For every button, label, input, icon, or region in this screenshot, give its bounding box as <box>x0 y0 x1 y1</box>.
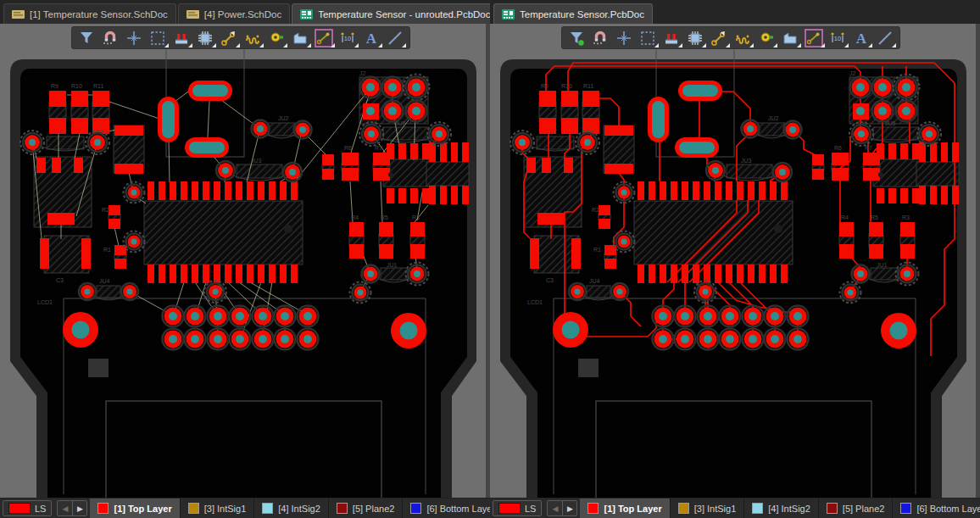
silkscreen-label: LCD1 <box>527 299 543 305</box>
document-tab[interactable]: [1] Temperature Sensor.SchDoc <box>3 3 176 24</box>
pcb-workspace[interactable]: R9R10R11C7C3R1R2JU3JU2JU5JU1JU4R6R7R4R5R… <box>0 24 490 498</box>
dropdown-arrow-icon[interactable] <box>654 43 659 47</box>
layer-tab[interactable]: [6] Bottom Layer <box>893 499 980 518</box>
smd-pad <box>759 181 766 200</box>
string-text-tool-button[interactable]: A <box>359 27 383 48</box>
dropdown-arrow-icon[interactable] <box>844 43 849 47</box>
select-area-tool-button[interactable] <box>636 27 660 48</box>
smd-pad <box>92 91 109 107</box>
differential-pair-tool-button[interactable] <box>241 27 264 48</box>
layer-tab[interactable]: [1] Top Layer <box>580 499 670 518</box>
smd-pad <box>726 181 732 200</box>
pcb-canvas[interactable]: R9R10R11C7C3R1R2JU3JU2JU5JU1JU4R6R7R4R5R… <box>490 24 980 498</box>
svg-text:10: 10 <box>344 35 351 42</box>
smd-pad <box>159 265 165 283</box>
document-tab[interactable]: [4] Power.SchDoc <box>178 3 290 24</box>
component-tool-button[interactable] <box>193 27 217 48</box>
dropdown-arrow-icon[interactable] <box>236 43 240 47</box>
pad-stack-tool-button[interactable] <box>170 27 193 48</box>
dropdown-arrow-icon[interactable] <box>797 43 801 47</box>
standoff-dimension-tool-button[interactable]: 10 <box>336 27 359 48</box>
dropdown-arrow-icon[interactable] <box>678 43 682 47</box>
line-tool-button[interactable] <box>383 27 407 48</box>
measure-distance-tool-button[interactable] <box>312 27 336 48</box>
polygon-pour-tool-button[interactable] <box>288 27 312 48</box>
smd-pad <box>682 181 688 200</box>
smd-pad <box>812 169 824 180</box>
layer-set-button[interactable]: LS <box>493 500 542 516</box>
line-tool-button[interactable] <box>873 27 897 48</box>
layer-scroll-left-button[interactable]: ◀ <box>548 501 562 515</box>
interactive-route-tool-button[interactable] <box>217 27 241 48</box>
measure-distance-tool-button[interactable] <box>802 27 826 48</box>
layer-scroll-right-button[interactable]: ▶ <box>562 501 576 515</box>
crosshair-tool-button[interactable] <box>612 27 636 48</box>
smd-pad <box>839 244 854 259</box>
filter-tool-button[interactable] <box>565 27 588 48</box>
layer-scroll-left-button[interactable]: ◀ <box>58 501 72 515</box>
dropdown-arrow-icon[interactable] <box>892 43 896 47</box>
silkscreen-label: R6 <box>344 145 352 151</box>
layer-tab[interactable]: [4] IntSig2 <box>254 499 329 518</box>
layer-tab[interactable]: [3] IntSig1 <box>671 499 745 518</box>
layer-tab[interactable]: [6] Bottom Layer <box>403 499 490 518</box>
smd-pad <box>737 181 743 200</box>
via-tool-button[interactable] <box>264 27 288 48</box>
dropdown-arrow-icon[interactable] <box>821 43 825 47</box>
document-tab[interactable]: Temperature Sensor.PcbDoc <box>493 3 653 24</box>
layer-tab-label: [1] Top Layer <box>604 504 661 514</box>
layer-scroll-right-button[interactable]: ▶ <box>72 501 86 515</box>
component-body <box>727 164 772 178</box>
smd-pad <box>693 265 699 283</box>
dropdown-arrow-icon[interactable] <box>702 43 706 47</box>
magnet-tool-button[interactable] <box>98 27 122 48</box>
dropdown-arrow-icon[interactable] <box>868 43 872 47</box>
crosshair-tool-button[interactable] <box>122 27 146 48</box>
dropdown-arrow-icon[interactable] <box>773 43 777 47</box>
crosshair-icon <box>125 29 143 47</box>
dropdown-arrow-icon[interactable] <box>402 43 406 47</box>
pcb-workspace[interactable]: R9R10R11C7C3R1R2JU3JU2JU5JU1JU4R6R7R4R5R… <box>490 24 980 498</box>
dropdown-arrow-icon[interactable] <box>188 43 192 47</box>
component-body <box>537 136 574 149</box>
dropdown-arrow-icon[interactable] <box>726 43 730 47</box>
smd-pad <box>900 188 908 203</box>
polygon-pour-tool-button[interactable] <box>778 27 802 48</box>
dropdown-arrow-icon[interactable] <box>259 43 264 47</box>
layer-tab[interactable]: [4] IntSig2 <box>744 499 819 518</box>
dropdown-arrow-icon[interactable] <box>378 43 382 47</box>
standoff-dimension-tool-button[interactable]: 10 <box>826 27 849 48</box>
string-text-tool-button[interactable]: A <box>849 27 873 48</box>
smd-pad <box>649 181 655 200</box>
layer-tab[interactable]: [5] Plane2 <box>819 499 894 518</box>
dropdown-arrow-icon[interactable] <box>164 43 169 47</box>
pad-stack-tool-button[interactable] <box>660 27 683 48</box>
svg-text:A: A <box>856 31 867 47</box>
select-area-tool-button[interactable] <box>146 27 170 48</box>
layer-set-button[interactable]: LS <box>3 500 52 516</box>
smd-pad <box>379 244 393 259</box>
differential-pair-tool-button[interactable] <box>731 27 754 48</box>
pcb-canvas[interactable]: R9R10R11C7C3R1R2JU3JU2JU5JU1JU4R6R7R4R5R… <box>0 24 490 498</box>
silkscreen-label: R10 <box>561 83 572 89</box>
layer-tab[interactable]: [1] Top Layer <box>90 499 180 518</box>
smd-pad <box>114 259 126 269</box>
component-tool-button[interactable] <box>683 27 707 48</box>
smd-pad <box>71 118 88 134</box>
magnet-tool-button[interactable] <box>588 27 612 48</box>
document-tab[interactable]: Temperature Sensor - unrouted.PcbDoc <box>292 3 490 24</box>
layer-tab[interactable]: [5] Plane2 <box>329 499 404 518</box>
dropdown-arrow-icon[interactable] <box>749 43 754 47</box>
filter-tool-button[interactable] <box>75 27 98 48</box>
layer-tab[interactable]: [3] IntSig1 <box>181 499 255 518</box>
dropdown-arrow-icon[interactable] <box>283 43 287 47</box>
dropdown-arrow-icon[interactable] <box>331 43 335 47</box>
dropdown-arrow-icon[interactable] <box>212 43 216 47</box>
smd-pad <box>109 205 120 215</box>
smd-pad <box>181 181 187 200</box>
dropdown-arrow-icon[interactable] <box>307 43 311 47</box>
via-tool-button[interactable] <box>754 27 778 48</box>
interactive-route-tool-button[interactable] <box>707 27 731 48</box>
dropdown-arrow-icon[interactable] <box>354 43 359 47</box>
smd-pad <box>604 164 633 174</box>
